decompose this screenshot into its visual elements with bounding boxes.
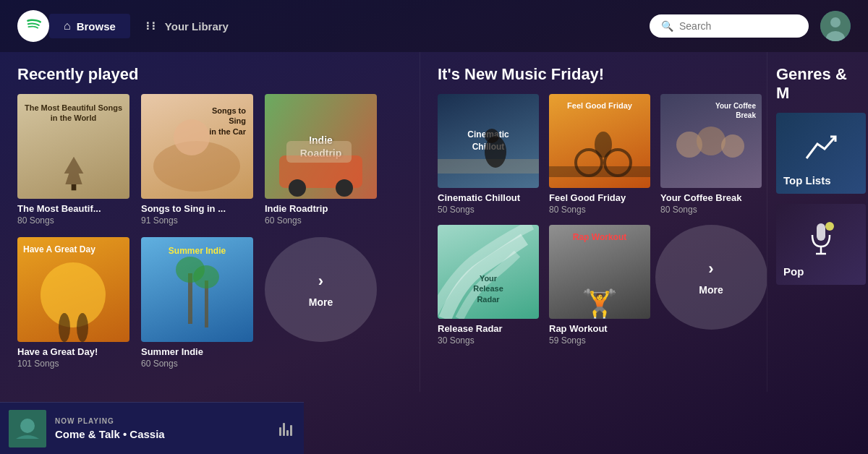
card-artwork: The Most Beautiful Songsin the World (17, 94, 129, 199)
card-subtitle: 60 Songs (265, 215, 377, 226)
list-item[interactable]: Have A Great Day Have a Great Day! 101 S… (17, 237, 129, 369)
card-artwork: Your CoffeeBreak (660, 94, 762, 188)
now-playing-title: Come & Talk • Cassia (55, 428, 271, 440)
bar-3 (286, 430, 289, 436)
svg-rect-5 (71, 184, 76, 190)
svg-point-14 (77, 313, 88, 342)
recently-played-section: Recently played The Most Beautiful Songs… (0, 52, 420, 392)
list-item[interactable]: Summer Indie Summer Indie 60 Songs (141, 237, 253, 369)
artwork-image (9, 410, 46, 447)
workout-icon: 🏋️ (582, 290, 618, 319)
chillout-illustration (438, 94, 539, 188)
coffee-illustration (660, 94, 762, 188)
list-item[interactable]: Songs toSingin the Car Songs to Sing in … (141, 94, 253, 226)
spotify-logo[interactable] (17, 10, 49, 42)
chart-icon (803, 133, 839, 168)
nav-right-area: 🔍 (650, 11, 851, 41)
list-item[interactable]: Your CoffeeBreak Your Coffee Break 80 So… (660, 94, 762, 215)
card-artwork: Feel Good Friday (549, 94, 650, 188)
card-subtitle: 80 Songs (549, 205, 650, 215)
library-nav-item[interactable]: ⫶⫶ Your Library (145, 20, 229, 33)
card-artwork: YourReleaseRadar (438, 225, 539, 319)
radar-waves-illustration (438, 225, 539, 319)
more-button-mid[interactable]: › More (655, 225, 767, 330)
library-label: Your Library (165, 20, 229, 33)
card-subtitle: 59 Songs (549, 335, 650, 346)
new-music-row1: CinematicChillout Cinematic Chillout 50 … (438, 94, 749, 215)
bar-1 (279, 427, 281, 436)
library-icon: ⫶⫶ (145, 20, 156, 33)
card-artwork: Summer Indie (141, 237, 253, 342)
card-artwork: CinematicChillout (438, 94, 539, 188)
browse-nav-item[interactable]: ⌂ Browse (49, 14, 130, 38)
avatar[interactable] (820, 11, 851, 41)
now-playing-label: NOW PLAYING (55, 417, 271, 425)
card-subtitle: 91 Songs (141, 215, 253, 226)
chevron-right-icon: › (708, 260, 713, 278)
card-art-text: Rap Workout (573, 232, 626, 242)
genres-title: Genres & M (767, 65, 868, 103)
card-title: Have a Great Day! (17, 346, 129, 357)
recently-played-row2: Have A Great Day Have a Great Day! 101 S… (17, 237, 402, 369)
svg-rect-29 (817, 223, 825, 241)
bar-2 (283, 423, 285, 436)
avatar-image (820, 11, 851, 41)
svg-point-18 (193, 265, 219, 288)
card-artwork: Songs toSingin the Car (141, 94, 253, 199)
feelgood-illustration (549, 94, 650, 188)
card-artwork: IndieRoadtrip (265, 94, 377, 199)
top-navigation: ⌂ Browse ⫶⫶ Your Library 🔍 (0, 0, 868, 52)
svg-marker-4 (64, 157, 83, 184)
list-item[interactable]: YourReleaseRadar Release Radar 30 Songs (438, 225, 539, 346)
search-icon: 🔍 (661, 20, 673, 32)
genres-section: Genres & M Top Lists (767, 52, 868, 392)
search-box[interactable]: 🔍 (650, 14, 809, 38)
svg-point-27 (697, 127, 726, 155)
svg-point-25 (595, 132, 612, 158)
svg-point-7 (174, 119, 210, 155)
list-item[interactable]: Rap Workout 🏋️ Rap Workout 59 Songs (549, 225, 650, 346)
more-button[interactable]: › More (265, 237, 377, 342)
card-title: Your Coffee Break (660, 192, 762, 203)
main-content: Recently played The Most Beautiful Songs… (0, 52, 868, 392)
svg-point-34 (20, 419, 35, 433)
svg-point-28 (721, 134, 744, 158)
list-item[interactable]: Feel Good Friday Feel Good Friday 80 Son… (549, 94, 650, 215)
card-title: Rap Workout (549, 323, 650, 334)
recently-played-title: Recently played (17, 65, 402, 84)
toplists-label: Top Lists (783, 174, 831, 187)
svg-point-21 (485, 129, 499, 143)
svg-point-12 (41, 262, 106, 327)
now-playing-info: NOW PLAYING Come & Talk • Cassia (55, 417, 271, 440)
card-subtitle: 50 Songs (438, 205, 539, 215)
card-title: Cinematic Chillout (438, 192, 539, 203)
browse-label: Browse (77, 20, 116, 33)
card-subtitle: 101 Songs (17, 359, 129, 369)
genre-card-pop[interactable]: Pop (776, 204, 866, 285)
sunset-illustration (17, 237, 129, 342)
new-music-friday-section: It's New Music Friday! CinematicChillout… (420, 52, 767, 392)
card-subtitle: 60 Songs (141, 359, 253, 369)
bus-illustration (265, 94, 377, 199)
playback-bars (279, 421, 292, 436)
now-playing-artwork (9, 410, 46, 447)
svg-point-32 (825, 222, 834, 231)
new-music-row2: YourReleaseRadar Release Radar 30 Songs … (438, 225, 749, 346)
svg-point-13 (59, 313, 70, 342)
svg-point-2 (830, 17, 841, 27)
svg-point-11 (336, 179, 353, 197)
recently-played-row1: The Most Beautiful Songsin the World The… (17, 94, 402, 226)
more-label: More (309, 296, 333, 308)
pop-label: Pop (783, 265, 804, 278)
tree-icon (59, 155, 88, 192)
genre-card-toplists[interactable]: Top Lists (776, 113, 866, 194)
list-item[interactable]: IndieRoadtrip Indie Roadtrip 60 Songs (265, 94, 377, 226)
list-item[interactable]: The Most Beautiful Songsin the World The… (17, 94, 129, 226)
card-subtitle: 80 Songs (17, 215, 129, 226)
chevron-right-icon: › (318, 272, 323, 291)
svg-rect-9 (286, 141, 352, 163)
search-input[interactable] (679, 20, 797, 32)
more-button-container-mid: › More (660, 225, 762, 346)
home-icon: ⌂ (64, 20, 71, 33)
list-item[interactable]: CinematicChillout Cinematic Chillout 50 … (438, 94, 539, 215)
